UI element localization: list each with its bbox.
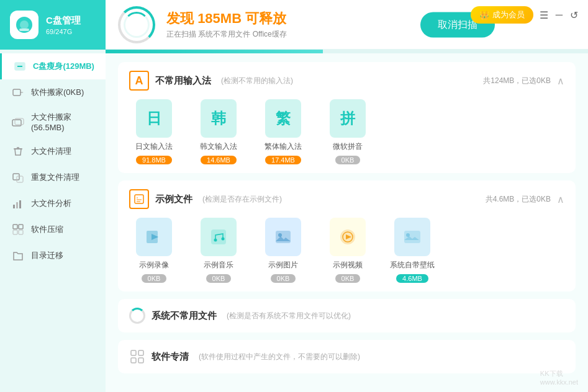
input-method-section: A 不常用输入法 (检测不常用的输入法) 共124MB，已选0KB ∧ 日 日文… (118, 62, 576, 173)
move-big-label: 大文件搬家(56.5MB) (31, 112, 94, 132)
input-method-total: 共124MB，已选0KB (483, 76, 551, 86)
topbar-icons: ☰ ─ ↺ (540, 9, 578, 21)
sidebar-item-move-soft[interactable]: 软件搬家(0KB) (0, 79, 106, 105)
svg-point-25 (278, 233, 282, 237)
item-size-image: 0KB (271, 274, 296, 283)
svg-point-22 (214, 239, 217, 242)
scan-circle (118, 6, 155, 43)
input-method-desc: (检测不常用的输入法) (221, 76, 293, 86)
sidebar-item-analyze-big[interactable]: 大文件分析 (0, 190, 106, 216)
svg-rect-18 (135, 195, 143, 203)
item-name-image: 示例图片 (268, 260, 298, 270)
menu-icon[interactable]: ☰ (540, 9, 548, 21)
list-item: 系统自带壁纸 4.6MB (387, 218, 437, 283)
soft-clean-icon (129, 349, 145, 365)
clean-dup-icon (11, 171, 25, 184)
input-method-chevron[interactable]: ∧ (557, 75, 564, 87)
list-item: 示例录像 0KB (129, 218, 179, 283)
sidebar-item-migrate-dir[interactable]: 目录迁移 (0, 243, 106, 269)
item-size-wallpaper: 4.6MB (396, 274, 428, 283)
item-size-media: 0KB (335, 274, 361, 283)
sample-files-title: 示例文件 (155, 194, 192, 205)
app-logo (10, 11, 38, 39)
sidebar-item-move-big[interactable]: 大文件搬家(56.5MB) (0, 105, 106, 138)
sidebar-nav: C盘瘦身(129MB) 软件搬家(0KB) 大文件搬家(56.5MB) 大文件清… (0, 50, 106, 392)
svg-rect-34 (138, 358, 143, 363)
list-item: 示例图片 0KB (258, 218, 308, 283)
svg-rect-32 (138, 350, 143, 355)
app-title: C盘管理 (46, 15, 81, 27)
topbar-right: 👑 成为会员 ☰ ─ ↺ (471, 6, 578, 24)
analyze-big-label: 大文件分析 (31, 198, 71, 209)
list-item: 韩 韩文输入法 14.6MB (194, 99, 243, 164)
sidebar-item-clean-big[interactable]: 大文件清理 (0, 138, 106, 164)
item-size-tw: 17.4MB (265, 156, 301, 164)
soft-clean-title: 软件专清 (152, 351, 189, 363)
main-area: 发现 185MB 可释放 正在扫描 系统不常用文件 Office缓存 取消扫描 … (106, 0, 588, 392)
svg-rect-11 (13, 205, 15, 208)
sidebar-header: C盘管理 69/247G (0, 0, 106, 50)
sample-files-right: 共4.6MB，已选0KB ∧ (486, 194, 564, 205)
clean-dup-label: 重复文件清理 (31, 172, 79, 183)
item-size-video: 0KB (142, 274, 167, 283)
item-name-kr: 韩文输入法 (200, 141, 237, 152)
item-name-music: 示例音乐 (204, 260, 233, 270)
sample-files-section-header: 示例文件 (检测是否存在示例文件) 共4.6MB，已选0KB ∧ (129, 189, 564, 209)
item-name-media: 示例视频 (333, 260, 363, 270)
list-item: 示例音乐 0KB (194, 218, 243, 283)
file-icon-media (330, 218, 366, 256)
svg-point-30 (406, 233, 410, 237)
crown-icon: 👑 (479, 11, 489, 20)
scan-subtitle: 正在扫描 系统不常用文件 Office缓存 (166, 29, 287, 40)
watermark: KK下载 www.kkx.net (540, 369, 578, 386)
slim-icon (13, 60, 27, 73)
sample-files-items: 示例录像 0KB 示例音乐 0KB 示例图片 0KB (129, 218, 564, 283)
content-area: A 不常用输入法 (检测不常用的输入法) 共124MB，已选0KB ∧ 日 日文… (106, 53, 588, 392)
file-icon-wallpaper (394, 218, 430, 256)
slim-label: C盘瘦身(129MB) (33, 61, 94, 72)
svg-rect-12 (16, 202, 18, 208)
migrate-dir-label: 目录迁移 (31, 250, 63, 261)
sidebar-item-slim[interactable]: C盘瘦身(129MB) (0, 53, 106, 79)
list-item: 繁 繁体输入法 17.4MB (258, 99, 308, 164)
svg-rect-13 (19, 200, 21, 208)
svg-rect-29 (404, 231, 420, 243)
sys-unused-spinner (129, 308, 145, 324)
app-subtitle: 69/247G (46, 28, 81, 35)
svg-rect-33 (131, 358, 136, 363)
file-icon-kr: 韩 (201, 99, 237, 138)
file-icon-jp: 日 (136, 99, 172, 138)
svg-point-1 (20, 20, 29, 29)
item-size-jp: 91.8MB (136, 156, 172, 164)
svg-rect-14 (13, 225, 17, 229)
progress-bar-fill (106, 50, 323, 53)
item-name-tw: 繁体输入法 (265, 141, 302, 152)
svg-point-23 (222, 238, 225, 241)
sidebar-item-clean-dup[interactable]: 重复文件清理 (0, 164, 106, 190)
minimize-icon[interactable]: ─ (556, 9, 563, 20)
item-name-wallpaper: 系统自带壁纸 (390, 260, 435, 270)
sys-unused-section: 系统不常用文件 (检测是否有系统不常用文件可以优化) (118, 299, 576, 332)
svg-rect-17 (19, 230, 23, 234)
svg-rect-31 (131, 350, 136, 355)
sidebar-item-compress-soft[interactable]: 软件压缩 (0, 216, 106, 243)
progress-bar-wrap (106, 50, 588, 53)
file-icon-music (201, 218, 237, 256)
input-method-icon: A (129, 71, 149, 91)
soft-clean-desc: (软件使用过程中产生的文件，不需要的可以删除) (199, 352, 360, 362)
clean-big-label: 大文件清理 (31, 146, 71, 157)
sample-files-section: 示例文件 (检测是否存在示例文件) 共4.6MB，已选0KB ∧ 示例录像 0K… (118, 180, 576, 292)
refresh-icon[interactable]: ↺ (570, 9, 578, 21)
sample-files-chevron[interactable]: ∧ (557, 194, 564, 205)
list-item: 示例视频 0KB (323, 218, 373, 283)
migrate-dir-icon (11, 249, 25, 262)
section-header-left: A 不常用输入法 (检测不常用的输入法) (129, 71, 293, 91)
sample-files-desc: (检测是否存在示例文件) (202, 194, 282, 205)
file-icon-tw: 繁 (265, 99, 301, 138)
compress-soft-label: 软件压缩 (31, 224, 63, 235)
compress-soft-icon (11, 223, 25, 236)
vip-button[interactable]: 👑 成为会员 (471, 6, 533, 24)
sidebar: C盘管理 69/247G C盘瘦身(129MB) 软件搬家(0KB) 大文件搬家… (0, 0, 106, 392)
svg-rect-2 (19, 29, 29, 31)
item-size-kr: 14.6MB (201, 156, 237, 164)
